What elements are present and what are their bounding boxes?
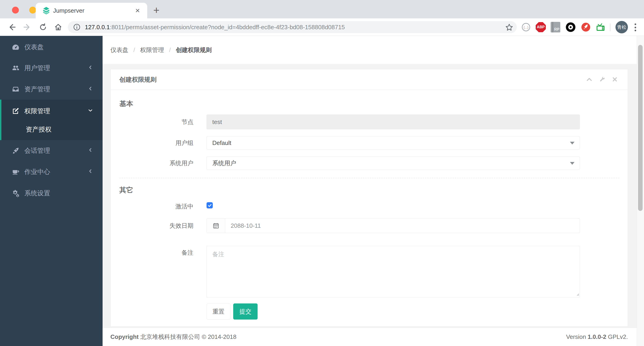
create-permission-panel: 创建权限规则 基本 节点 test — [110, 69, 628, 327]
url-path: :8011/perms/asset-permission/create?node… — [110, 24, 345, 30]
window-minimize-button[interactable] — [29, 7, 36, 14]
gears-icon — [12, 189, 20, 198]
new-tab-button[interactable]: + — [150, 4, 163, 17]
calendar-icon[interactable] — [207, 218, 225, 233]
edit-icon — [12, 107, 20, 115]
users-icon — [12, 64, 20, 72]
panel-header: 创建权限规则 — [111, 69, 628, 90]
sidebar-item-label: 权限管理 — [24, 107, 50, 116]
black-ring-extension-icon[interactable] — [565, 22, 576, 33]
tv-extension-icon[interactable] — [595, 22, 606, 33]
sidebar-item-label: 仪表盘 — [24, 43, 44, 52]
comment-textarea[interactable] — [206, 246, 580, 298]
chevron-down-icon — [88, 108, 94, 115]
jumpserver-favicon-icon — [42, 6, 50, 15]
back-icon[interactable] — [6, 22, 18, 33]
sidebar-item-label: 作业中心 — [24, 168, 50, 176]
sidebar-subitem-label: 资产授权 — [26, 125, 52, 134]
breadcrumb-dashboard[interactable]: 仪表盘 — [110, 46, 128, 54]
reload-icon[interactable] — [37, 22, 49, 33]
rocket-extension-icon[interactable] — [580, 22, 592, 33]
comment-label: 备注 — [111, 246, 194, 298]
expire-date-input[interactable]: 2088-10-11 — [206, 218, 580, 233]
sidebar-item-asset-authorization[interactable]: 资产授权 — [2, 121, 102, 138]
expire-row: 失效日期 2088-10-11 — [111, 218, 628, 233]
scrollbar-thumb[interactable] — [638, 45, 642, 211]
sidebar-item-label: 资产管理 — [24, 85, 50, 94]
reset-button[interactable]: 重置 — [206, 304, 230, 320]
comment-row: 备注 — [111, 246, 628, 298]
chevron-left-icon — [88, 168, 94, 176]
sidebar-item-sessions[interactable]: 会话管理 — [0, 140, 102, 161]
browser-tabstrip: Jumpserver × + — [0, 0, 644, 18]
profile-avatar[interactable]: 青松 — [616, 21, 628, 33]
wrench-icon[interactable] — [599, 76, 606, 83]
chevron-left-icon — [88, 147, 94, 154]
footer-version: Version 1.0.0-2 GPLv2. — [566, 333, 628, 340]
rocket-icon — [12, 146, 20, 155]
sidebar-item-assets[interactable]: 资产管理 — [0, 79, 102, 100]
json-viewer-extension-icon[interactable]: {...} — [520, 22, 532, 33]
node-label: 节点 — [111, 114, 194, 129]
screen: { "browser": { "tab_title": "Jumpserver"… — [0, 0, 644, 346]
submit-button[interactable]: 提交 — [233, 304, 258, 320]
home-icon[interactable] — [52, 22, 64, 33]
forward-icon — [22, 22, 33, 33]
active-label: 激活中 — [111, 202, 194, 211]
section-other-title: 其它 — [119, 186, 133, 195]
caret-down-icon — [570, 162, 574, 165]
active-row: 激活中 — [111, 202, 628, 211]
usergroup-row: 用户组 Default — [111, 136, 628, 150]
sysuser-select[interactable]: 系统用户 — [206, 156, 580, 170]
page-info-icon[interactable] — [73, 23, 81, 31]
browser-menu-icon[interactable] — [633, 22, 638, 33]
chevron-left-icon — [88, 86, 94, 93]
panel-tools — [586, 69, 618, 90]
toolbar-separator — [610, 24, 610, 31]
section-basic-title: 基本 — [119, 99, 133, 108]
url-bar[interactable]: 127.0.0.1:8011/perms/asset-permission/cr… — [68, 21, 517, 33]
form-actions: 重置 提交 — [111, 304, 628, 320]
url-host: 127.0.0.1 — [85, 24, 110, 30]
url-text: 127.0.0.1:8011/perms/asset-permission/cr… — [85, 24, 345, 31]
breadcrumb-current: 创建权限规则 — [176, 46, 212, 54]
sidebar-item-label: 系统设置 — [24, 189, 50, 198]
active-checkbox[interactable] — [206, 202, 213, 208]
caret-down-icon — [570, 142, 574, 144]
sidebar-item-label: 用户管理 — [24, 64, 50, 72]
collapse-icon[interactable] — [586, 76, 593, 83]
rp-extension-icon[interactable]: RP — [550, 22, 561, 33]
resize-grip-icon[interactable] — [576, 293, 579, 297]
window-close-button[interactable] — [12, 7, 19, 14]
node-row: 节点 test — [111, 114, 628, 129]
breadcrumb-separator: / — [169, 46, 171, 54]
breadcrumb-permissions[interactable]: 权限管理 — [140, 46, 164, 54]
browser-tab[interactable]: Jumpserver × — [36, 3, 147, 18]
page-footer: Copyright 北京堆栈科技有限公司 © 2014-2018 Version… — [102, 328, 644, 346]
sidebar-item-users[interactable]: 用户管理 — [0, 58, 102, 79]
sysuser-row: 系统用户 系统用户 — [111, 156, 628, 170]
footer-copyright: Copyright 北京堆栈科技有限公司 © 2014-2018 — [110, 333, 236, 341]
sidebar-active-section: 权限管理 资产授权 — [0, 100, 102, 140]
scrollbar-track[interactable] — [637, 36, 644, 346]
tab-title: Jumpserver — [53, 7, 84, 14]
coffee-icon — [12, 168, 20, 176]
section-divider — [119, 178, 620, 178]
expire-date-value: 2088-10-11 — [225, 218, 580, 233]
browser-toolbar: 127.0.0.1:8011/perms/asset-permission/cr… — [0, 18, 644, 36]
bookmark-star-icon[interactable] — [505, 23, 514, 33]
close-icon[interactable] — [612, 76, 618, 83]
sidebar-item-label: 会话管理 — [24, 146, 50, 155]
usergroup-select[interactable]: Default — [206, 136, 580, 150]
sidebar-item-permissions[interactable]: 权限管理 — [2, 100, 102, 122]
chevron-left-icon — [88, 64, 94, 72]
adblock-plus-extension-icon[interactable]: ABP — [535, 22, 546, 33]
sidebar: 仪表盘 用户管理 资产管理 权限管理 — [0, 36, 102, 346]
tab-close-icon[interactable]: × — [135, 6, 140, 15]
sidebar-item-dashboard[interactable]: 仪表盘 — [0, 36, 102, 58]
svg-text:{...}: {...} — [524, 26, 528, 29]
page-root: 仪表盘 用户管理 资产管理 权限管理 — [0, 36, 644, 346]
sidebar-item-jobs[interactable]: 作业中心 — [0, 161, 102, 182]
main-content: 仪表盘 / 权限管理 / 创建权限规则 创建权限规则 — [102, 36, 644, 346]
sidebar-item-settings[interactable]: 系统设置 — [0, 183, 102, 204]
